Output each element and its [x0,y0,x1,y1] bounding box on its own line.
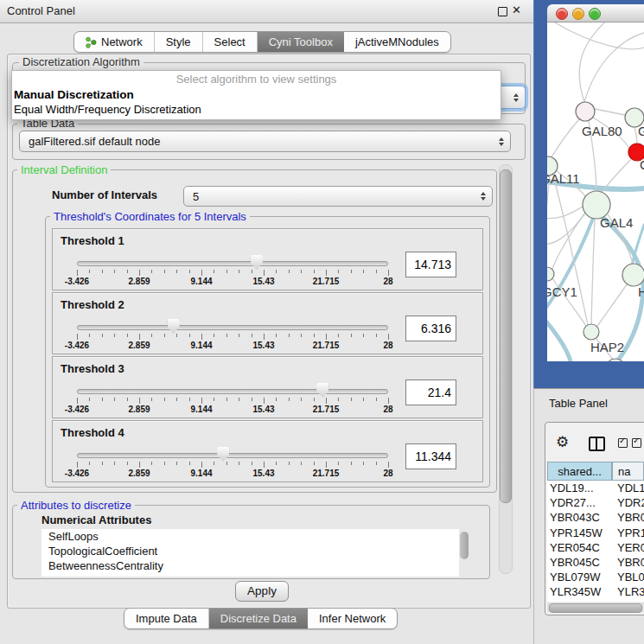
num-intervals-combobox[interactable]: 5 [183,186,493,207]
slider-tick [226,398,227,401]
threshold-1-label: Threshold 1 [61,234,124,247]
tab-infer-network[interactable]: Infer Network [308,609,397,628]
table-cell[interactable]: YLR345W [547,584,614,599]
table-cell[interactable]: YIL052C [547,600,614,603]
list-item-topologicalcoefficient[interactable]: TopologicalCoefficient [41,544,459,558]
window-zoom-button[interactable] [589,8,601,20]
dropdown-option-manual-discretization[interactable]: Manual Discretization [12,87,501,102]
split-columns-icon[interactable] [589,437,605,451]
slider-handle[interactable] [217,447,229,462]
close-icon[interactable]: ✕ [512,3,521,16]
tab-select[interactable]: Select [203,32,258,52]
threshold-2-slider[interactable]: -3.4262.8599.14415.4321.71528 [77,317,388,350]
slider-track[interactable] [77,325,388,330]
table-cell[interactable]: YBR043C [547,510,614,525]
table-row[interactable]: YER054CYER0 [547,540,644,555]
table-row[interactable]: YIL052CYIL0 [547,600,644,603]
slider-handle[interactable] [251,255,263,270]
list-scrollbar-thumb[interactable] [460,532,469,559]
network-node-label: H [638,284,644,299]
thresholds-group-label: Threshold's Coordinates for 5 Intervals [50,210,250,223]
network-node-hap2[interactable] [583,324,599,340]
tab-network[interactable]: Network [74,32,155,52]
table-cell[interactable]: YIL0 [614,600,644,603]
threshold-4-value-field[interactable] [405,443,456,469]
table-cell[interactable]: YDR27... [547,495,614,510]
table-cell[interactable]: YDR2 [614,495,644,510]
column-header-shared[interactable]: shared... [547,462,612,481]
table-hscrollbar-thumb[interactable] [549,603,642,613]
slider-tick [276,462,277,465]
tab-jactivemnodules[interactable]: jActiveMNodules [344,32,450,52]
network-node-edge-clipped-h[interactable] [622,264,644,286]
dropdown-option-equal-width[interactable]: Equal Width/Frequency Discretization [12,102,501,117]
table-cell[interactable]: YDL1 [614,481,644,495]
table-row[interactable]: YBR045CYBR0 [547,555,644,570]
network-nodes[interactable]: GAL80GCGAL11GAL4GCY1HHAP2 [539,102,644,378]
network-node-gal80[interactable] [576,102,595,121]
tab-style[interactable]: Style [155,32,203,52]
network-node-gcy1[interactable] [540,267,554,281]
slider-track[interactable] [77,389,388,394]
table-cell[interactable]: YER0 [614,540,644,555]
table-data-combobox[interactable]: galFiltered.sif default node [19,131,511,152]
table-panel-title: Table Panel [549,397,608,410]
table-row[interactable]: YBL079WYBL0 [547,570,644,584]
table-cell[interactable]: YBR0 [614,555,644,570]
table-cell[interactable]: YBL079W [547,570,614,584]
checkbox-checked-icon[interactable] [632,438,641,448]
threshold-3-slider[interactable]: -3.4262.8599.14415.4321.71528 [77,381,388,414]
list-item-betweennesscentrality[interactable]: BetweennessCentrality [41,558,459,573]
table-row[interactable]: YBR043CYBR0 [547,510,644,525]
gear-icon[interactable]: ⚙ [556,435,569,450]
threshold-4-slider[interactable]: -3.4262.8599.14415.4321.71528 [77,445,388,478]
slider-tick-label: -3.426 [65,277,89,286]
application-window: Control Panel ✕ Network Style Select Cyn… [0,0,644,644]
slider-handle[interactable] [168,319,180,334]
table-cell[interactable]: YPR145W [547,526,614,540]
table-row[interactable]: YDL19...YDL1 [547,481,644,495]
window-close-button[interactable] [556,8,568,20]
tab-cyni-toolbox[interactable]: Cyni Toolbox [258,32,344,52]
threshold-1-slider[interactable]: -3.4262.8599.14415.4321.71528 [77,253,388,286]
threshold-2-panel: Threshold 2 -3.4262.8599.14415.4321.7152… [52,292,483,354]
apply-button[interactable]: Apply [235,581,289,602]
table-row[interactable]: YPR145WYPR1 [547,526,644,540]
table-cell[interactable]: YBL0 [614,570,644,584]
panel-scrollbar-thumb[interactable] [500,169,512,503]
slider-tick [89,398,90,401]
slider-track[interactable] [77,261,388,266]
table-row[interactable]: YDR27...YDR2 [547,495,644,510]
slider-tick [388,270,389,276]
window-minimize-button[interactable] [572,8,584,20]
slider-tick [289,398,290,401]
combo-stepper-icon [475,192,492,201]
slider-handle[interactable] [316,383,328,398]
column-header-name[interactable]: na [612,462,644,481]
float-window-icon[interactable] [498,7,507,16]
network-node-bottom-partial[interactable] [606,359,625,378]
checkbox-checked-icon[interactable] [618,438,628,448]
slider-tick [127,462,128,465]
threshold-1-value-field[interactable] [405,252,456,277]
table-cell[interactable]: YBR0 [614,510,644,525]
slider-tick [363,334,364,337]
slider-tick [201,398,202,404]
table-cell[interactable]: YPR1 [614,526,644,540]
threshold-2-value-field[interactable] [405,316,456,341]
list-item-selfloops[interactable]: SelfLoops [41,529,459,544]
slider-track[interactable] [77,453,388,458]
threshold-2-label: Threshold 2 [61,298,124,311]
table-cell[interactable]: YER054C [547,540,614,555]
tab-impute-data[interactable]: Impute Data [124,609,209,628]
slider-tick [189,270,190,273]
table-cell[interactable]: YLR3 [614,584,644,599]
table-cell[interactable]: YBR045C [547,555,614,570]
threshold-3-value-field[interactable] [405,379,456,405]
slider-tick [164,334,165,337]
dropdown-placeholder-item[interactable]: Select algorithm to view settings [12,71,501,87]
table-row[interactable]: YLR345WYLR3 [547,584,644,599]
network-window-titlebar[interactable] [547,4,644,22]
tab-discretize-data[interactable]: Discretize Data [209,609,308,628]
table-cell[interactable]: YDL19... [547,481,614,495]
